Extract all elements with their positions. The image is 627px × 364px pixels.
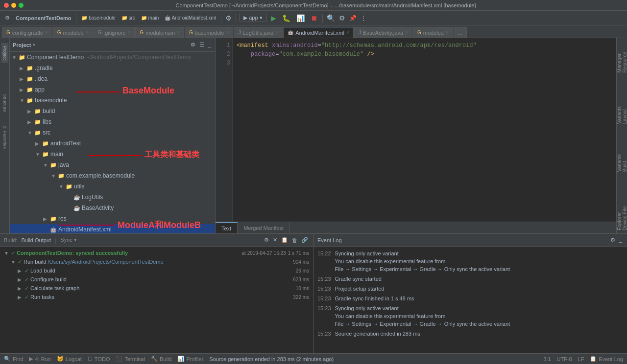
status-item-eventlog[interactable]: 📋 Event Log <box>590 356 623 362</box>
event-log-content[interactable]: 15:22 Syncing only active variantYou can… <box>314 247 627 353</box>
tree-arrow-app[interactable]: ▶ <box>20 87 26 92</box>
status-line-separator[interactable]: LF <box>578 356 584 362</box>
tree-item-root[interactable]: ▼ 📁 ComponentTestDemo ~/AndroidProjects/… <box>10 52 215 63</box>
breadcrumb-main[interactable]: 📁 main <box>139 14 161 22</box>
tab-baseactivity[interactable]: J BaseActivity.java × <box>354 27 412 38</box>
tree-arrow-utils[interactable]: ▼ <box>59 184 66 189</box>
build-close-icon[interactable]: ✕ <box>272 236 278 244</box>
build-clear-icon[interactable]: 🗑 <box>291 236 298 244</box>
right-label-build-variants[interactable]: Build Variants <box>616 146 627 175</box>
right-label-layout-variants[interactable]: Layout Variants <box>616 95 627 127</box>
tab-basemodule[interactable]: G basemodule × <box>185 27 234 38</box>
breadcrumb-manifest[interactable]: 🤖 AndroidManifest.xml <box>163 14 218 22</box>
build-row-main[interactable]: ▼ ✓ ComponentTestDemo: synced successful… <box>4 249 309 257</box>
tree-item-main[interactable]: ▼ 📁 main <box>10 149 215 159</box>
tree-item-java[interactable]: ▼ 📁 java <box>10 159 215 170</box>
tree-arrow-package[interactable]: ▼ <box>51 173 58 179</box>
panel-settings-icon[interactable]: ⚙ <box>190 41 196 49</box>
tab-more[interactable]: ... <box>454 27 467 38</box>
status-item-run[interactable]: ▶ 4: Run <box>29 356 50 362</box>
tree-item-src[interactable]: ▼ 📁 src <box>10 127 215 138</box>
breadcrumb-src[interactable]: 📁 src <box>120 14 137 22</box>
tab-gitignore[interactable]: G .gitignore × <box>93 27 135 38</box>
status-item-todo[interactable]: ☐ TODO <box>88 356 110 362</box>
build-arrow-run[interactable]: ▼ <box>11 259 18 265</box>
tree-item-gradle[interactable]: ▶ 📁 .gradle <box>10 63 215 73</box>
tree-item-build[interactable]: ▶ 📁 build <box>10 106 215 116</box>
tab-close-moduleb[interactable]: × <box>86 30 89 35</box>
status-item-terminal[interactable]: ⬛ Terminal <box>116 356 145 362</box>
panel-minimize-icon[interactable]: _ <box>207 41 212 49</box>
sidebar-label-structure[interactable]: Structure <box>1 92 8 114</box>
settings-icon[interactable]: ⚙ <box>338 13 346 23</box>
tab-modulea[interactable]: G modulea × <box>413 27 453 38</box>
sidebar-label-project[interactable]: Project <box>1 43 8 63</box>
window-controls[interactable] <box>4 3 24 8</box>
build-arrow-tasks[interactable]: ▶ <box>18 295 24 300</box>
tab-close-config[interactable]: × <box>45 30 48 35</box>
sync-tab[interactable]: Sync ▾ <box>60 237 77 243</box>
status-item-profiler[interactable]: 📊 Profiler <box>177 356 203 362</box>
tab-close-basemodule[interactable]: × <box>226 30 229 35</box>
app-menu-icon[interactable]: ⚙ <box>3 14 12 22</box>
gear-icon[interactable]: ⚙ <box>224 13 233 23</box>
status-item-find[interactable]: 🔍 Find <box>4 356 23 362</box>
tree-item-androidmanifest[interactable]: 🤖 AndroidManifest.xml <box>10 224 215 233</box>
tab-close-modulemain[interactable]: × <box>177 30 180 35</box>
tree-item-utils[interactable]: ▼ 📁 utils <box>10 181 215 192</box>
build-settings-icon[interactable]: ⚙ <box>263 236 270 244</box>
build-row-load[interactable]: ▶ ✓ Load build 26 ms <box>4 266 309 275</box>
build-link-icon[interactable]: 🔗 <box>300 236 309 244</box>
sidebar-label-favorites[interactable]: 2: Favorites <box>1 124 8 151</box>
tree-item-basemodule[interactable]: ▼ 📁 basemodule <box>10 95 215 106</box>
debug-button[interactable]: 🐛 <box>280 13 292 23</box>
event-log-minimize-icon[interactable]: _ <box>618 236 623 244</box>
build-output-content[interactable]: ▼ ✓ ComponentTestDemo: synced successful… <box>0 247 313 353</box>
right-label-device-file[interactable]: Device File Explorer <box>616 194 627 233</box>
tab-androidmanifest[interactable]: 🤖 AndroidManifest.xml × <box>283 27 354 38</box>
build-arrow-load[interactable]: ▶ <box>18 268 24 273</box>
pin-icon[interactable]: 📌 <box>348 14 358 23</box>
status-encoding[interactable]: UTF-8 <box>556 356 572 362</box>
build-output-tab[interactable]: Build Output <box>22 237 51 243</box>
close-dot[interactable] <box>4 3 9 8</box>
build-row-run[interactable]: ▼ ✓ Run build /Users/sy/AndroidProjects/… <box>4 257 309 266</box>
tree-item-app[interactable]: ▶ 📁 app <box>10 84 215 95</box>
tree-arrow-root[interactable]: ▼ <box>12 55 19 60</box>
status-item-logcat[interactable]: 🐱 Logcat <box>57 356 82 362</box>
tree-arrow-java[interactable]: ▼ <box>43 162 50 168</box>
tree-arrow-basemodule[interactable]: ▼ <box>20 98 26 103</box>
code-area[interactable]: <manifest xmlns:android="http://schemas.… <box>233 38 616 222</box>
maximize-dot[interactable] <box>19 3 24 8</box>
tab-text[interactable]: Text <box>216 222 238 234</box>
tree-arrow-gradle[interactable]: ▶ <box>20 66 26 71</box>
tree-item-res[interactable]: ▶ 📁 res <box>10 213 215 224</box>
tree-arrow-idea[interactable]: ▶ <box>20 76 26 82</box>
tab-close-logutils[interactable]: × <box>275 30 278 35</box>
tree-item-logutils[interactable]: ☕ LogUtils <box>10 192 215 203</box>
tree-item-package[interactable]: ▼ 📁 com.example.basemodule <box>10 170 215 181</box>
run-config-selector[interactable]: ▶ app ▾ <box>239 14 266 22</box>
build-arrow-configure[interactable]: ▶ <box>18 277 24 282</box>
tab-logutils[interactable]: J LogUtils.java × <box>234 27 283 38</box>
build-filter-icon[interactable]: 📋 <box>280 236 289 244</box>
more-icon[interactable]: ⋮ <box>360 14 367 23</box>
build-row-calculate[interactable]: ▶ ✓ Calculate task graph 10 ms <box>4 284 309 293</box>
status-item-build[interactable]: 🔨 Build <box>151 356 171 362</box>
tree-arrow-build[interactable]: ▶ <box>27 109 34 114</box>
tab-config-gradle[interactable]: G config.gradle × <box>2 27 52 38</box>
tree-item-libs[interactable]: ▶ 📁 libs <box>10 116 215 127</box>
status-position[interactable]: 3:1 <box>543 356 551 362</box>
breadcrumb-basemodule[interactable]: 📁 basemodule <box>79 14 117 22</box>
tree-arrow-src[interactable]: ▼ <box>27 130 34 136</box>
tree-item-baseactivity[interactable]: ☕ BaseActivity <box>10 203 215 213</box>
tree-arrow-main[interactable]: ▼ <box>35 152 42 157</box>
build-arrow-calculate[interactable]: ▶ <box>18 286 24 291</box>
event-log-settings-icon[interactable]: ⚙ <box>609 236 616 244</box>
tab-close-modulea[interactable]: × <box>446 30 449 35</box>
minimize-dot[interactable] <box>11 3 16 8</box>
tree-arrow-res[interactable]: ▶ <box>43 216 50 222</box>
build-arrow-main[interactable]: ▼ <box>4 250 11 256</box>
profile-button[interactable]: 📊 <box>294 13 307 23</box>
search-everywhere-icon[interactable]: 🔍 <box>326 13 336 23</box>
